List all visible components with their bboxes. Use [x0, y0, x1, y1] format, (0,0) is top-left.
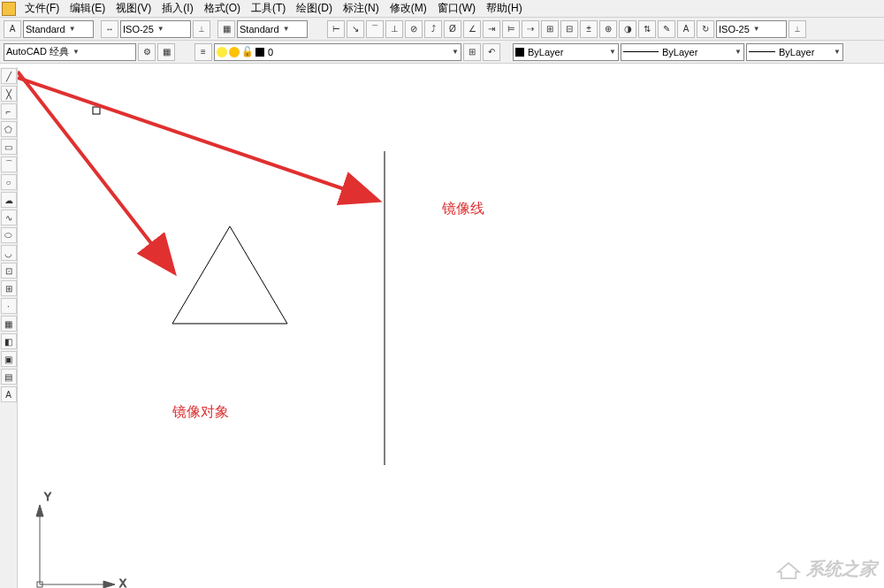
region-icon[interactable]: ▣	[1, 351, 17, 367]
dim-update-icon[interactable]: ↻	[697, 20, 714, 38]
rectangle-icon[interactable]: ▭	[1, 139, 17, 155]
ellipse-icon[interactable]: ⬭	[1, 227, 17, 243]
make-block-icon[interactable]: ⊞	[1, 280, 17, 296]
dim-aligned-icon[interactable]: ↘	[347, 20, 364, 38]
layer-state-icons: 🔓	[217, 46, 264, 57]
annotation-line-label: 镜像线	[441, 201, 484, 216]
dim-diameter-icon[interactable]: Ø	[444, 20, 461, 38]
dropdown-arrow-icon: ▼	[69, 25, 76, 33]
menu-window[interactable]: 窗口(W)	[432, 0, 481, 18]
dropdown-arrow-icon: ▼	[283, 25, 290, 33]
dim-text-edit-icon[interactable]: A	[677, 20, 695, 38]
polyline-icon[interactable]: ⌐	[1, 103, 17, 119]
layer-on-icon	[217, 47, 227, 57]
construction-line-icon[interactable]: ╳	[1, 86, 17, 102]
dim-style-current: ISO-25	[719, 24, 750, 34]
dropdown-arrow-icon: ▼	[72, 48, 80, 56]
dim-break-icon[interactable]: ⊟	[560, 20, 578, 38]
spline-icon[interactable]: ∿	[1, 210, 17, 225]
menu-draw[interactable]: 绘图(D)	[291, 0, 338, 18]
layer-lock-icon: 🔓	[241, 46, 254, 57]
ucs-icon: Y X	[36, 491, 126, 588]
point-icon[interactable]: ·	[1, 298, 17, 314]
annotation-arrow-object	[18, 72, 172, 271]
dim-arc-icon[interactable]: ⌒	[366, 20, 384, 38]
menu-dimension[interactable]: 标注(N)	[338, 0, 385, 18]
dim-quick-icon[interactable]: ⇥	[483, 20, 500, 38]
menu-help[interactable]: 帮助(H)	[481, 0, 528, 18]
workspace-value: AutoCAD 经典	[6, 45, 69, 58]
layer-dropdown[interactable]: 🔓 0 ▼	[214, 43, 461, 61]
dim-jogged-icon[interactable]: ⤴	[424, 20, 442, 38]
dim-ordinate-icon[interactable]: ⊥	[385, 20, 403, 38]
insert-block-icon[interactable]: ⊡	[1, 263, 17, 279]
workspace-settings-icon[interactable]: ⚙	[138, 43, 156, 61]
toolbar-workspace-layers: AutoCAD 经典 ▼ ⚙ ▦ ≡ 🔓 0 ▼ ⊞ ↶ ByLayer ▼ B…	[0, 41, 884, 64]
dim-tool-icon[interactable]: ⟂	[193, 20, 210, 38]
dim-style-current-dropdown[interactable]: ISO-25 ▼	[716, 20, 787, 38]
triangle-object[interactable]	[172, 226, 287, 324]
linetype-dropdown[interactable]: ByLayer ▼	[621, 43, 744, 61]
drawing-canvas[interactable]: 镜像对象 镜像线 Y X	[18, 67, 884, 588]
dim-style-dropdown[interactable]: ISO-25 ▼	[120, 20, 191, 38]
ellipse-arc-icon[interactable]: ◡	[1, 245, 17, 261]
layer-previous-icon[interactable]: ↶	[483, 43, 500, 61]
dropdown-arrow-icon: ▼	[735, 48, 742, 56]
lineweight-preview	[749, 51, 775, 52]
layer-manager-icon[interactable]: ≡	[194, 43, 212, 61]
menu-modify[interactable]: 修改(M)	[385, 0, 432, 18]
layer-color-icon	[255, 48, 264, 57]
dim-override-icon[interactable]: ⟂	[789, 20, 806, 38]
table-icon[interactable]: ▤	[1, 369, 17, 385]
dim-inspect-icon[interactable]: ◑	[619, 20, 636, 38]
app-icon	[2, 2, 16, 16]
svg-marker-2	[36, 505, 43, 516]
menu-file[interactable]: 文件(F)	[19, 0, 65, 18]
cursor-pickbox	[93, 107, 100, 114]
dim-style-value: ISO-25	[123, 24, 154, 34]
dim-jog-line-icon[interactable]: ⇅	[638, 20, 656, 38]
dim-linear-icon[interactable]: ⊢	[327, 20, 345, 38]
table-style-icon[interactable]: ▦	[217, 20, 235, 38]
dim-style-icon[interactable]: ↔	[101, 20, 118, 38]
line-icon[interactable]: ╱	[1, 68, 17, 84]
menu-view[interactable]: 视图(V)	[110, 0, 156, 18]
color-dropdown[interactable]: ByLayer ▼	[513, 43, 619, 61]
workspace-save-icon[interactable]: ▦	[157, 43, 175, 61]
lineweight-dropdown[interactable]: ByLayer ▼	[746, 43, 843, 61]
dropdown-arrow-icon: ▼	[609, 48, 616, 56]
table-style-dropdown[interactable]: Standard ▼	[237, 20, 308, 38]
dim-edit-icon[interactable]: ✎	[658, 20, 675, 38]
mtext-icon[interactable]: A	[1, 386, 17, 402]
gradient-icon[interactable]: ◧	[1, 333, 17, 349]
workspace-dropdown[interactable]: AutoCAD 经典 ▼	[4, 43, 136, 61]
dropdown-arrow-icon: ▼	[753, 25, 760, 33]
menu-edit[interactable]: 编辑(E)	[65, 0, 110, 18]
svg-marker-4	[103, 581, 115, 588]
dim-baseline-icon[interactable]: ⊨	[502, 20, 520, 38]
menu-insert[interactable]: 插入(I)	[156, 0, 198, 18]
draw-toolbar: ╱ ╳ ⌐ ⬠ ▭ ⌒ ○ ☁ ∿ ⬭ ◡ ⊡ ⊞ · ▦ ◧ ▣ ▤ A	[0, 67, 18, 588]
layer-states-icon[interactable]: ⊞	[463, 43, 481, 61]
layer-thaw-icon	[229, 47, 240, 57]
text-style-dropdown[interactable]: Standard ▼	[23, 20, 94, 38]
menu-format[interactable]: 格式(O)	[199, 0, 246, 18]
linetype-preview	[623, 51, 659, 52]
revision-cloud-icon[interactable]: ☁	[1, 192, 17, 208]
dropdown-arrow-icon: ▼	[834, 48, 841, 56]
dim-continue-icon[interactable]: ⇢	[522, 20, 539, 38]
polygon-icon[interactable]: ⬠	[1, 121, 17, 137]
table-style-value: Standard	[240, 24, 279, 34]
circle-icon[interactable]: ○	[1, 174, 17, 190]
hatch-icon[interactable]: ▦	[1, 316, 17, 332]
ucs-y-label: Y	[44, 491, 51, 503]
dim-space-icon[interactable]: ⊞	[541, 20, 559, 38]
arc-icon[interactable]: ⌒	[1, 157, 17, 172]
dim-radius-icon[interactable]: ⊘	[405, 20, 423, 38]
text-style-value: Standard	[26, 24, 65, 34]
dim-center-icon[interactable]: ⊕	[599, 20, 617, 38]
menu-tools[interactable]: 工具(T)	[246, 0, 291, 18]
dim-angular-icon[interactable]: ∠	[463, 20, 481, 38]
text-style-icon[interactable]: A	[4, 20, 21, 38]
dim-tolerance-icon[interactable]: ±	[580, 20, 598, 38]
